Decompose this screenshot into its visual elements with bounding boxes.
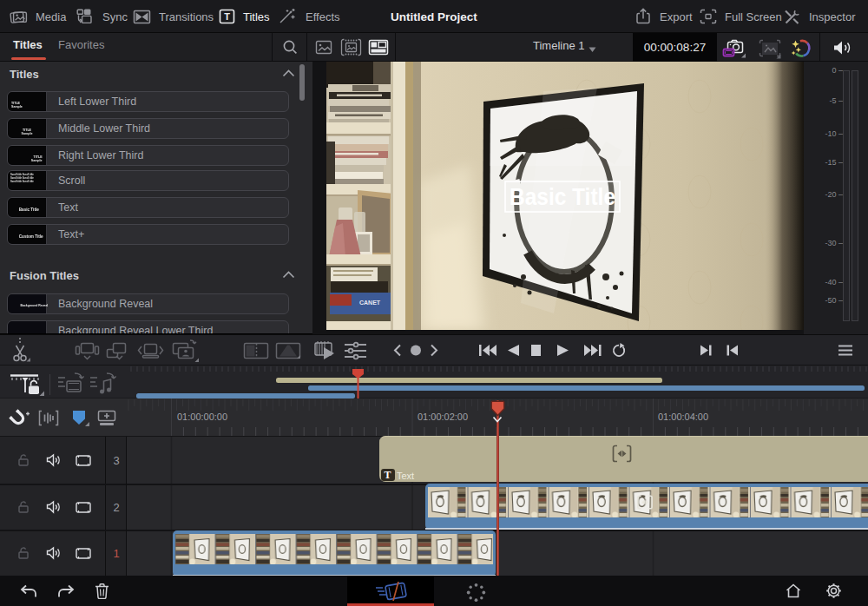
svg-text:CANET: CANET xyxy=(359,300,381,306)
svg-text:Basic Title: Basic Title xyxy=(510,183,615,210)
